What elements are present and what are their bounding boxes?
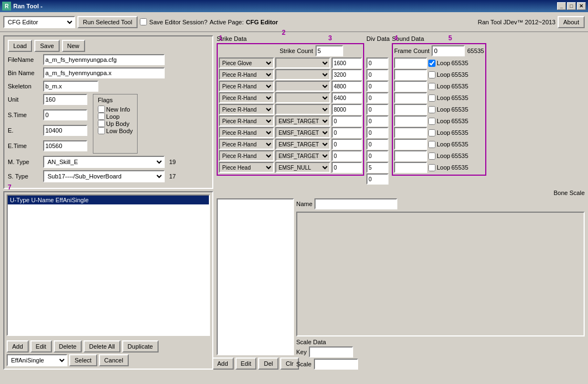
mtype-select[interactable]: AN_Skill_E xyxy=(43,156,165,168)
sound-input[interactable] xyxy=(394,115,427,127)
frame-input[interactable] xyxy=(332,162,362,173)
piece-select[interactable]: Piece Head xyxy=(219,162,274,173)
close-btn[interactable]: ✕ xyxy=(577,2,586,10)
upbody-checkbox-label[interactable]: Up Body xyxy=(98,120,133,127)
piece-select[interactable]: Piece R-Hand xyxy=(219,115,274,127)
sound-input[interactable] xyxy=(394,104,427,115)
bone-select[interactable] xyxy=(275,92,330,103)
div-input[interactable] xyxy=(366,69,389,80)
sound-input[interactable] xyxy=(394,81,427,92)
delete-all-button[interactable]: Delete All xyxy=(83,340,120,353)
add-button[interactable]: Add xyxy=(7,340,29,353)
piece-select[interactable]: Piece Glove xyxy=(219,57,274,69)
piece-select[interactable]: Piece R-Hand xyxy=(219,81,274,92)
strike-count-input[interactable] xyxy=(316,45,343,56)
div-input[interactable] xyxy=(366,173,389,185)
bone-edit-button[interactable]: Edit xyxy=(235,357,257,370)
scale-input[interactable] xyxy=(314,359,358,370)
div-input[interactable] xyxy=(366,92,389,103)
sound-input[interactable] xyxy=(394,69,427,80)
save-button[interactable]: Save xyxy=(34,40,59,52)
maximize-btn[interactable]: □ xyxy=(567,2,576,10)
bone-select[interactable] xyxy=(275,104,330,115)
key-input[interactable] xyxy=(309,346,353,357)
bone-add-button[interactable]: Add xyxy=(212,357,234,370)
save-session-checkbox[interactable] xyxy=(140,18,147,25)
loop-checkbox[interactable] xyxy=(98,113,105,120)
binname-input[interactable] xyxy=(43,67,165,78)
stime-input[interactable] xyxy=(43,109,87,120)
bone-select[interactable]: EMSF_TARGET xyxy=(275,150,330,161)
frame-input[interactable] xyxy=(332,92,362,103)
cancel-button[interactable]: Cancel xyxy=(99,354,129,366)
loop-checkbox[interactable] xyxy=(428,118,435,125)
frame-input[interactable] xyxy=(332,150,362,161)
div-input[interactable] xyxy=(366,127,389,138)
loop-checkbox[interactable] xyxy=(428,106,435,113)
sound-input[interactable] xyxy=(394,57,427,69)
sound-input[interactable] xyxy=(394,139,427,150)
sound-input[interactable] xyxy=(394,162,427,173)
edit-button[interactable]: Edit xyxy=(30,340,52,353)
div-input[interactable] xyxy=(366,162,389,173)
delete-button[interactable]: Delete xyxy=(54,340,82,353)
loop-checkbox[interactable] xyxy=(428,94,435,102)
e-input[interactable] xyxy=(43,125,87,136)
lowbody-checkbox-label[interactable]: Low Body xyxy=(98,127,133,134)
upbody-checkbox[interactable] xyxy=(98,120,105,127)
sound-input[interactable] xyxy=(394,127,427,138)
unit-input[interactable] xyxy=(43,94,87,105)
loop-checkbox[interactable] xyxy=(428,60,435,67)
editor-dropdown[interactable]: CFG Editor xyxy=(3,16,75,28)
loop-checkbox[interactable] xyxy=(428,164,435,171)
loop-checkbox[interactable] xyxy=(428,141,435,148)
piece-select[interactable]: Piece R-Hand xyxy=(219,104,274,115)
bone-select[interactable]: EMSF_TARGET xyxy=(275,115,330,127)
list-item[interactable]: U-Type U-Name EffAniSingle xyxy=(8,196,209,204)
frame-input[interactable] xyxy=(332,115,362,127)
load-button[interactable]: Load xyxy=(8,40,32,52)
loop-checkbox[interactable] xyxy=(428,129,435,136)
piece-select[interactable]: Piece R-Hand xyxy=(219,92,274,103)
sound-input[interactable] xyxy=(394,150,427,161)
bone-select[interactable] xyxy=(275,81,330,92)
lowbody-checkbox[interactable] xyxy=(98,127,105,134)
new-button[interactable]: New xyxy=(62,40,85,52)
frame-input[interactable] xyxy=(332,139,362,150)
run-selected-tool-button[interactable]: Run Selected Tool xyxy=(77,16,138,28)
div-input[interactable] xyxy=(366,81,389,92)
minimize-btn[interactable]: _ xyxy=(557,2,566,10)
div-input[interactable] xyxy=(366,139,389,150)
about-button[interactable]: About xyxy=(558,16,585,28)
select-button[interactable]: Select xyxy=(69,354,97,366)
frame-input[interactable] xyxy=(332,57,362,69)
bone-select[interactable] xyxy=(275,69,330,80)
frame-input[interactable] xyxy=(332,81,362,92)
div-input[interactable] xyxy=(366,57,389,69)
skeleton-input[interactable] xyxy=(43,81,98,92)
piece-select[interactable]: Piece R-Hand xyxy=(219,69,274,80)
bone-del-button[interactable]: Del xyxy=(258,357,279,370)
loop-checkbox[interactable] xyxy=(428,71,435,78)
sound-input[interactable] xyxy=(394,92,427,103)
loop-checkbox-label[interactable]: Loop xyxy=(98,113,133,120)
type-dropdown[interactable]: EffAniSingle xyxy=(7,354,67,366)
etime-input[interactable] xyxy=(43,140,87,151)
div-input[interactable] xyxy=(366,104,389,115)
frame-input[interactable] xyxy=(332,104,362,115)
duplicate-button[interactable]: Duplicate xyxy=(122,340,159,353)
piece-select[interactable]: Piece R-Hand xyxy=(219,150,274,161)
frame-input[interactable] xyxy=(332,127,362,138)
frame-count-input[interactable] xyxy=(432,45,465,56)
div-input[interactable] xyxy=(366,150,389,161)
bone-select[interactable] xyxy=(275,57,330,69)
newinfo-checkbox-label[interactable]: New Info xyxy=(98,106,133,113)
loop-checkbox[interactable] xyxy=(428,152,435,160)
piece-select[interactable]: Piece R-Hand xyxy=(219,127,274,138)
bone-select[interactable]: EMSF_NULL xyxy=(275,162,330,173)
newinfo-checkbox[interactable] xyxy=(98,106,105,113)
bone-name-input[interactable] xyxy=(314,198,397,209)
bone-select[interactable]: EMSF_TARGET xyxy=(275,139,330,150)
div-input[interactable] xyxy=(366,115,389,127)
frame-input[interactable] xyxy=(332,69,362,80)
